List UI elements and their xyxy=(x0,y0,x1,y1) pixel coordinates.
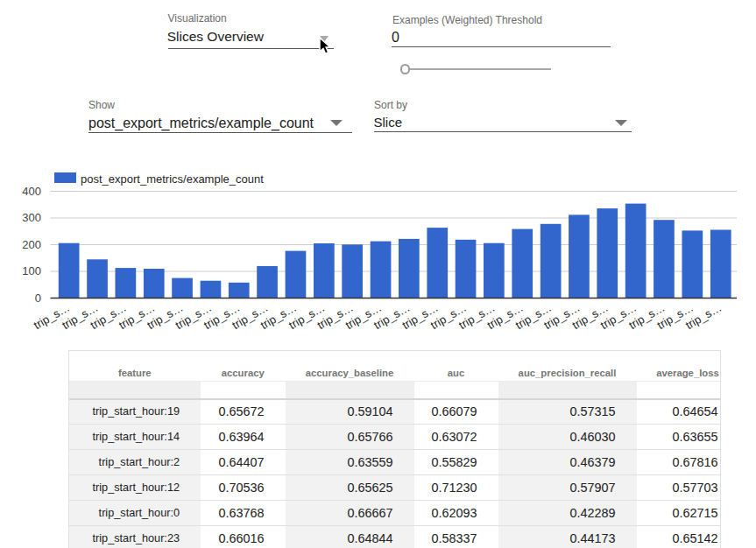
svg-text:post_export_metrics/example_co: post_export_metrics/example_count xyxy=(81,172,264,186)
svg-text:100: 100 xyxy=(22,264,41,278)
svg-text:0: 0 xyxy=(35,292,41,305)
svg-text:400: 400 xyxy=(22,185,41,198)
svg-text:300: 300 xyxy=(22,211,41,224)
svg-text:200: 200 xyxy=(22,238,41,251)
